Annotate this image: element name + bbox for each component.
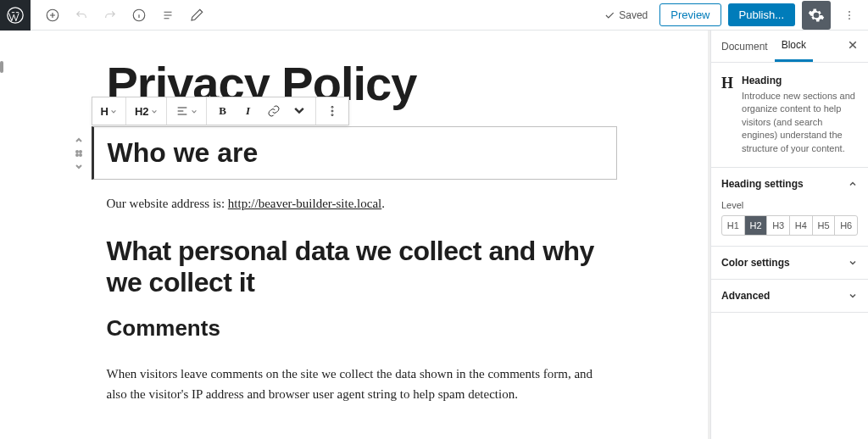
paragraph-block[interactable]: Our website address is: http://beaver-bu…: [92, 180, 617, 227]
more-format-button[interactable]: [287, 97, 312, 125]
selected-heading-block: H H2 B I: [92, 126, 617, 180]
saved-label: Saved: [619, 9, 648, 21]
svg-point-11: [76, 154, 78, 156]
italic-button[interactable]: I: [236, 97, 261, 125]
heading-level-group: H1 H2 H3 H4 H5 H6: [721, 215, 858, 236]
paragraph-block[interactable]: When visitors leave comments on the site…: [92, 350, 617, 418]
svg-point-8: [331, 114, 333, 116]
level-h5[interactable]: H5: [813, 216, 836, 235]
preview-button[interactable]: Preview: [659, 3, 721, 26]
edit-button[interactable]: [185, 3, 209, 27]
heading-icon: H: [721, 75, 733, 155]
block-info-panel: H Heading Introduce new sections and org…: [711, 63, 868, 168]
svg-point-4: [849, 14, 850, 16]
svg-point-6: [331, 106, 333, 108]
svg-point-9: [76, 151, 78, 153]
panel-heading-settings: Heading settings Level H1 H2 H3 H4 H5 H6: [711, 168, 868, 247]
outline-button[interactable]: [156, 3, 180, 27]
panel-toggle-advanced[interactable]: Advanced: [711, 280, 868, 312]
heading-block[interactable]: Comments: [92, 307, 617, 350]
level-h1[interactable]: H1: [722, 216, 745, 235]
close-sidebar-button[interactable]: [841, 33, 865, 59]
settings-button[interactable]: [802, 1, 831, 30]
redo-button[interactable]: [98, 3, 122, 27]
align-button[interactable]: [170, 97, 203, 125]
saved-indicator: Saved: [604, 9, 648, 21]
heading-level-button[interactable]: H2: [130, 97, 163, 125]
heading-block[interactable]: What personal data we collect and why we…: [92, 227, 617, 307]
editor-canvas[interactable]: Privacy Policy H H2 B I: [0, 31, 708, 439]
block-info-title: Heading: [742, 75, 858, 86]
level-h6[interactable]: H6: [835, 216, 857, 235]
svg-point-3: [849, 11, 850, 13]
tab-block[interactable]: Block: [775, 31, 813, 62]
block-type-button[interactable]: H: [96, 97, 122, 125]
wordpress-logo[interactable]: [0, 0, 31, 31]
more-menu-button[interactable]: [837, 1, 861, 30]
sidebar-tabs: Document Block: [711, 31, 868, 63]
info-button[interactable]: [127, 3, 151, 27]
panel-toggle-color-settings[interactable]: Color settings: [711, 247, 868, 279]
level-h3[interactable]: H3: [767, 216, 790, 235]
link-button[interactable]: [261, 97, 287, 125]
block-toolbar: H H2 B I: [92, 97, 349, 125]
drag-handle[interactable]: [71, 147, 86, 159]
move-up-button[interactable]: [71, 134, 86, 146]
move-down-button[interactable]: [71, 161, 86, 173]
heading-block-input[interactable]: Who we are: [92, 126, 617, 180]
scrollbar-thumb[interactable]: [0, 61, 3, 73]
svg-point-7: [331, 110, 333, 112]
editor-topbar: Saved Preview Publish...: [0, 0, 868, 31]
svg-point-5: [849, 18, 850, 19]
panel-toggle-heading-settings[interactable]: Heading settings: [711, 168, 868, 200]
add-block-button[interactable]: [41, 3, 64, 27]
block-more-button[interactable]: [320, 97, 345, 125]
svg-point-12: [80, 154, 81, 156]
svg-point-10: [80, 151, 81, 153]
undo-button[interactable]: [70, 3, 93, 27]
site-url-link[interactable]: http://beaver-builder-site.local: [228, 197, 381, 210]
settings-sidebar: Document Block H Heading Introduce new s…: [710, 31, 868, 439]
publish-button[interactable]: Publish...: [728, 3, 795, 26]
block-info-desc: Introduce new sections and organize cont…: [742, 90, 858, 155]
tab-document[interactable]: Document: [715, 32, 775, 61]
level-h2[interactable]: H2: [745, 216, 768, 235]
bold-button[interactable]: B: [210, 97, 236, 125]
block-mover: [71, 134, 86, 173]
level-label: Level: [721, 200, 858, 210]
level-h4[interactable]: H4: [790, 216, 813, 235]
